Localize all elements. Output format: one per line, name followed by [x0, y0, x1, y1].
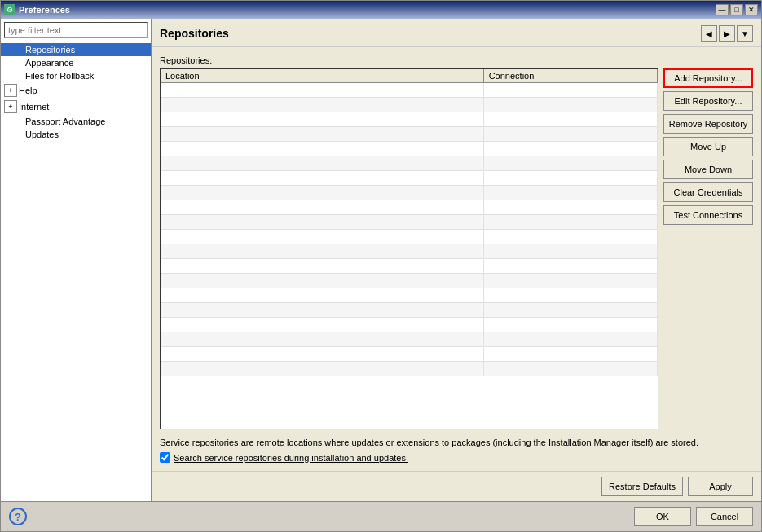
table-row — [161, 244, 658, 259]
filter-input[interactable] — [4, 22, 148, 38]
repos-buttons: Add Repository... Edit Repository... Rem… — [663, 68, 753, 429]
search-service-checkbox[interactable] — [160, 452, 170, 463]
repos-table: Location Connection — [161, 69, 658, 376]
table-row — [161, 156, 658, 171]
internet-expander-icon: + — [4, 100, 17, 113]
window-title: Preferences — [19, 5, 70, 15]
add-repository-button[interactable]: Add Repository... — [663, 68, 753, 88]
title-buttons: — □ ✕ — [716, 4, 758, 15]
panel-title: Repositories — [160, 27, 229, 40]
test-connections-button[interactable]: Test Connections — [663, 205, 753, 225]
table-row — [161, 288, 658, 303]
repos-table-wrap[interactable]: Location Connection — [160, 68, 658, 429]
move-down-button[interactable]: Move Down — [663, 160, 753, 179]
clear-credentials-button[interactable]: Clear Credentials — [663, 182, 753, 202]
info-section: Service repositories are remote location… — [160, 437, 753, 463]
table-row — [161, 186, 658, 200]
table-row — [161, 332, 658, 347]
maximize-button[interactable]: □ — [730, 4, 743, 15]
sidebar-item-internet[interactable]: + Internet — [1, 99, 151, 115]
table-row — [161, 215, 658, 230]
repos-container: Location Connection — [160, 68, 753, 429]
main-content: Repositories Appearance Files for Rollba… — [1, 19, 761, 501]
sidebar-item-repositories[interactable]: Repositories — [1, 43, 151, 56]
panel-body: Repositories: Location Connection — [152, 47, 761, 471]
sidebar-item-passport-advantage[interactable]: Passport Advantage — [1, 115, 151, 128]
restore-defaults-button[interactable]: Restore Defaults — [601, 477, 683, 496]
table-row — [161, 347, 658, 362]
checkbox-row: Search service repositories during insta… — [160, 452, 753, 463]
table-row — [161, 318, 658, 332]
table-row — [161, 274, 658, 288]
dialog-buttons-bar: ? OK Cancel — [1, 501, 761, 531]
sidebar-item-files-rollback[interactable]: Files for Rollback — [1, 69, 151, 82]
search-service-label: Search service repositories during insta… — [174, 453, 408, 463]
window-icon: ⚙ — [4, 4, 15, 15]
cancel-button[interactable]: Cancel — [696, 507, 753, 526]
ok-button[interactable]: OK — [634, 507, 691, 526]
title-bar-left: ⚙ Preferences — [4, 4, 70, 15]
table-row — [161, 259, 658, 274]
help-expander-icon: + — [4, 84, 17, 97]
table-row — [161, 98, 658, 112]
sidebar-item-updates[interactable]: Updates — [1, 128, 151, 141]
help-icon[interactable]: ? — [9, 508, 27, 525]
table-row — [161, 362, 658, 376]
remove-repository-button[interactable]: Remove Repository — [663, 114, 753, 134]
sidebar-item-help[interactable]: + Help — [1, 82, 151, 99]
table-row — [161, 142, 658, 156]
menu-button[interactable]: ▼ — [737, 25, 753, 42]
back-button[interactable]: ◀ — [701, 25, 717, 42]
close-button[interactable]: ✕ — [745, 4, 758, 15]
table-row — [161, 127, 658, 142]
sidebar: Repositories Appearance Files for Rollba… — [1, 19, 152, 501]
col-header-location: Location — [161, 69, 483, 83]
bottom-bar: Restore Defaults Apply — [152, 471, 761, 501]
apply-button[interactable]: Apply — [688, 477, 753, 496]
table-row — [161, 230, 658, 244]
edit-repository-button[interactable]: Edit Repository... — [663, 91, 753, 111]
right-panel: Repositories ◀ ▶ ▼ Repositories: — [152, 19, 761, 501]
title-bar: ⚙ Preferences — □ ✕ — [1, 1, 761, 19]
toolbar-buttons: ◀ ▶ ▼ — [701, 25, 753, 42]
table-row — [161, 112, 658, 127]
sidebar-item-appearance[interactable]: Appearance — [1, 56, 151, 69]
panel-header: Repositories ◀ ▶ ▼ — [152, 19, 761, 47]
tree-area: Repositories Appearance Files for Rollba… — [1, 42, 151, 501]
move-up-button[interactable]: Move Up — [663, 137, 753, 156]
col-header-connection: Connection — [483, 69, 657, 83]
table-row — [161, 303, 658, 318]
preferences-window: ⚙ Preferences — □ ✕ Repositories Appeara… — [0, 0, 762, 532]
minimize-button[interactable]: — — [716, 4, 729, 15]
table-row — [161, 83, 658, 98]
table-row — [161, 171, 658, 186]
repos-label: Repositories: — [160, 55, 753, 65]
forward-button[interactable]: ▶ — [719, 25, 735, 42]
info-text: Service repositories are remote location… — [160, 437, 753, 447]
table-row — [161, 200, 658, 215]
